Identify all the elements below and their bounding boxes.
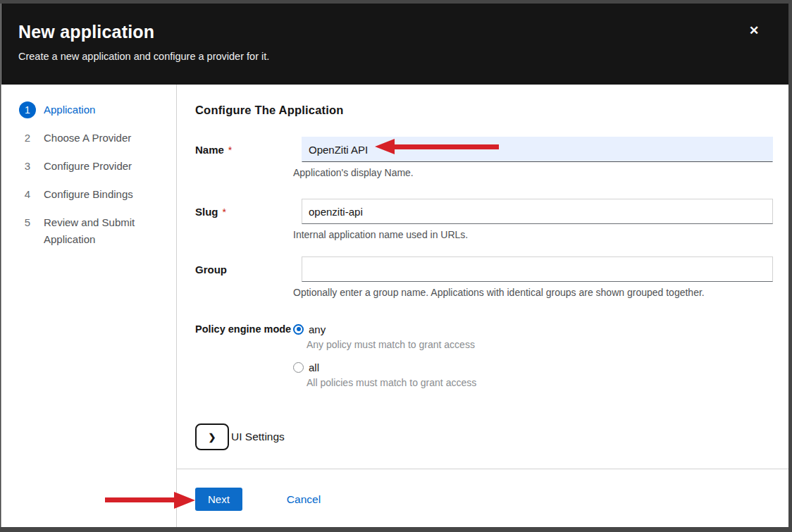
required-asterisk: * (228, 144, 232, 156)
next-button[interactable]: Next (195, 488, 242, 511)
policy-option-all: all All policies must match to grant acc… (293, 360, 773, 388)
modal-title: New application (18, 21, 772, 42)
name-field-group: Name* Application's display Name. (195, 137, 773, 178)
step-label: Review and Submit Application (44, 214, 163, 248)
radio-all[interactable]: all (293, 360, 773, 374)
slug-helper-text: Internal application name used in URLs. (293, 229, 773, 240)
cancel-link[interactable]: Cancel (287, 488, 321, 511)
slug-label: Slug* (195, 206, 293, 218)
group-input[interactable] (302, 256, 773, 282)
chevron-right-icon: ❯ (209, 432, 216, 443)
ui-settings-label: UI Settings (231, 431, 285, 443)
name-input[interactable] (302, 137, 773, 162)
name-helper-text: Application's display Name. (293, 167, 773, 178)
name-label: Name* (195, 144, 293, 156)
radio-all-label: all (309, 361, 319, 373)
wizard-content-column: Configure The Application Name* Applicat… (177, 85, 788, 527)
policy-engine-mode-group: Policy engine mode* any Any policy must … (195, 322, 773, 398)
step-panel-heading: Configure The Application (195, 104, 773, 117)
step-number: 5 (19, 214, 36, 231)
wizard-step-review-submit[interactable]: 5 Review and Submit Application (1, 209, 176, 254)
radio-any[interactable]: any (293, 322, 773, 336)
group-helper-text: Optionally enter a group name. Applicati… (293, 287, 773, 298)
new-application-modal: New application Create a new application… (1, 4, 788, 527)
wizard-step-application[interactable]: 1 Application (1, 96, 176, 124)
step-label: Application (44, 101, 163, 118)
wizard-step-choose-provider[interactable]: 2 Choose A Provider (1, 124, 176, 152)
step-number: 2 (19, 130, 36, 147)
modal-header: New application Create a new application… (1, 4, 788, 85)
group-label: Group (195, 264, 293, 276)
step-number: 1 (19, 101, 36, 118)
close-icon[interactable]: ✕ (745, 22, 763, 40)
modal-body: 1 Application 2 Choose A Provider 3 Conf… (1, 85, 788, 527)
radio-any-label: any (309, 323, 326, 335)
policy-engine-mode-label: Policy engine mode* (195, 322, 293, 336)
step-label: Choose A Provider (44, 130, 163, 147)
radio-any-description: Any policy must match to grant access (307, 339, 773, 350)
radio-all-description: All policies must match to grant access (307, 377, 773, 388)
group-field-group: Group Optionally enter a group name. App… (195, 256, 773, 298)
ui-settings-toggle-button[interactable]: ❯ (195, 423, 229, 450)
wizard-step-configure-bindings[interactable]: 4 Configure Bindings (1, 180, 176, 209)
policy-option-any: any Any policy must match to grant acces… (293, 322, 773, 350)
slug-field-group: Slug* Internal application name used in … (195, 199, 773, 240)
wizard-footer: Next Cancel (177, 469, 788, 527)
radio-all-icon[interactable] (293, 362, 304, 373)
step-number: 4 (19, 186, 36, 203)
radio-any-icon[interactable] (293, 324, 304, 335)
step-number: 3 (19, 158, 36, 175)
required-asterisk: * (223, 206, 226, 218)
step-label: Configure Provider (44, 158, 163, 175)
wizard-step-configure-provider[interactable]: 3 Configure Provider (1, 152, 176, 180)
slug-input[interactable] (302, 199, 773, 224)
ui-settings-section: ❯ UI Settings (195, 423, 773, 450)
wizard-nav: 1 Application 2 Choose A Provider 3 Conf… (1, 85, 177, 527)
wizard-step-panel: Configure The Application Name* Applicat… (177, 85, 788, 469)
step-label: Configure Bindings (44, 186, 163, 203)
modal-subtitle: Create a new application and configure a… (18, 51, 772, 63)
